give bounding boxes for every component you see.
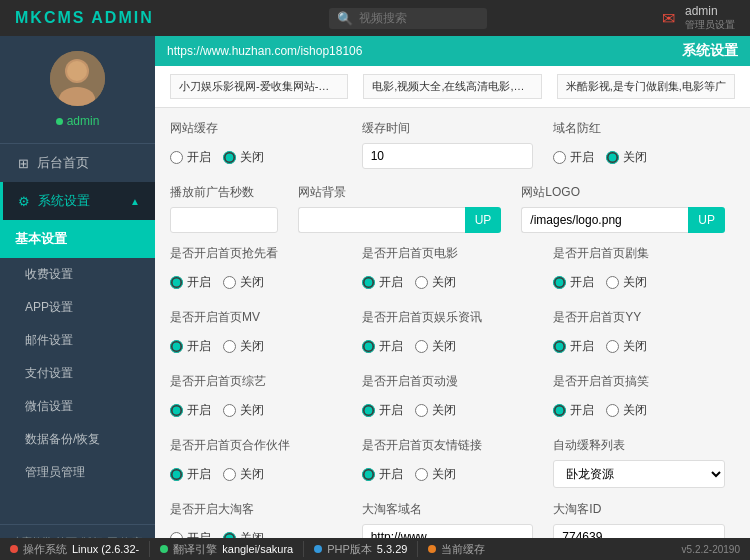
logo-input[interactable]: [521, 207, 688, 233]
anime-close[interactable]: 关闭: [415, 402, 456, 419]
sidebar-item-label: 系统设置: [38, 192, 90, 210]
sidebar-item-settings[interactable]: ⚙ 系统设置 ▲: [0, 182, 155, 220]
movie-close[interactable]: 关闭: [415, 274, 456, 291]
bg-input[interactable]: [298, 207, 465, 233]
domain-guard-label: 域名防红: [553, 120, 725, 137]
form-group-funny: 是否开启首页搞笑 开启 关闭: [543, 373, 735, 425]
homepage-anime-label: 是否开启首页动漫: [362, 373, 534, 390]
sidebar-sub-app[interactable]: APP设置: [0, 291, 155, 324]
variety-open[interactable]: 开启: [170, 402, 211, 419]
homepage-partner-label: 是否开启首页合作伙伴: [170, 437, 342, 454]
auto-refresh-select[interactable]: 卧龙资源: [553, 460, 725, 488]
album-close[interactable]: 关闭: [606, 274, 647, 291]
logo-up-button[interactable]: UP: [688, 207, 725, 233]
main-content: 小刀娱乐影视网-爱收集网站-最新 电影,视频大全,在线高清电影,付费 米酷影视,…: [155, 36, 750, 560]
homepage-news-label: 是否开启首页抢先看: [170, 245, 342, 262]
form-group-album: 是否开启首页剧集 开启 关闭: [543, 245, 735, 297]
search-input[interactable]: [359, 11, 479, 25]
site-header-bar: 小刀娱乐影视网-爱收集网站-最新 电影,视频大全,在线高清电影,付费 米酷影视,…: [155, 66, 750, 108]
sidebar-item-dashboard[interactable]: ⊞ 后台首页: [0, 144, 155, 182]
form-group-anime: 是否开启首页动漫 开启 关闭: [352, 373, 544, 425]
form-row-4: 是否开启首页MV 开启 关闭 是否开启首页娱乐资讯 开启 关闭 是否开启首页YY…: [170, 309, 735, 361]
cache-close-radio[interactable]: [223, 151, 236, 164]
friend-open[interactable]: 开启: [362, 466, 403, 483]
banner-title: 系统设置: [682, 42, 738, 60]
form-group-friend: 是否开启首页友情链接 开启 关闭: [352, 437, 544, 489]
domain-close-option[interactable]: 关闭: [606, 149, 647, 166]
status-php: PHP版本 5.3.29: [304, 538, 417, 560]
sidebar-sub-payment2[interactable]: 支付设置: [0, 357, 155, 390]
domain-open-option[interactable]: 开启: [553, 149, 594, 166]
form-area: 网站缓存 开启 关闭 缓存时间 域名防红: [155, 108, 750, 560]
homepage-album-label: 是否开启首页剧集: [553, 245, 725, 262]
logo: MKCMS ADMIN: [15, 9, 154, 27]
homepage-mv-label: 是否开启首页MV: [170, 309, 342, 326]
form-row-5: 是否开启首页综艺 开启 关闭 是否开启首页动漫 开启 关闭 是否开启首页搞笑 开…: [170, 373, 735, 425]
sidebar-admin-name: admin: [56, 114, 100, 128]
form-group-ads: 播放前广告秒数: [170, 184, 288, 233]
yy-close[interactable]: 关闭: [606, 338, 647, 355]
cache-open-radio[interactable]: [170, 151, 183, 164]
sidebar-sub-backup[interactable]: 数据备份/恢复: [0, 423, 155, 456]
cache-open-option[interactable]: 开启: [170, 149, 211, 166]
homepage-movie-label: 是否开启首页电影: [362, 245, 534, 262]
form-row-2: 播放前广告秒数 网站背景 UP 网站LOGO UP: [170, 184, 735, 233]
mv-open[interactable]: 开启: [170, 338, 211, 355]
yy-open[interactable]: 开启: [553, 338, 594, 355]
funny-open[interactable]: 开启: [553, 402, 594, 419]
admin-info: admin 管理员设置: [685, 4, 735, 32]
ads-input[interactable]: [170, 207, 278, 233]
cache-time-input[interactable]: [362, 143, 534, 169]
bg-input-group: UP: [298, 207, 502, 233]
form-group-yy: 是否开启首页YY 开启 关闭: [543, 309, 735, 361]
sidebar-nav: ⊞ 后台首页 ⚙ 系统设置 ▲ 基本设置 收费设置 APP设置 邮件设置 支付设…: [0, 144, 155, 524]
friend-close[interactable]: 关闭: [415, 466, 456, 483]
variety-close[interactable]: 关闭: [223, 402, 264, 419]
domain-open-radio[interactable]: [553, 151, 566, 164]
news-open[interactable]: 开启: [170, 274, 211, 291]
domain-close-radio[interactable]: [606, 151, 619, 164]
form-group-domain-guard: 域名防红 开启 关闭: [543, 120, 735, 172]
taobao-label: 是否开启大淘客: [170, 501, 342, 518]
cache-label: 网站缓存: [170, 120, 342, 137]
entertainment-close[interactable]: 关闭: [415, 338, 456, 355]
form-group-cache-time: 缓存时间: [352, 120, 544, 172]
sidebar-sub-payment[interactable]: 收费设置: [0, 258, 155, 291]
dashboard-icon: ⊞: [18, 156, 29, 171]
bg-up-button[interactable]: UP: [465, 207, 502, 233]
sidebar-section-label: 基本设置: [15, 230, 67, 248]
sidebar-profile: admin: [0, 36, 155, 144]
anime-open[interactable]: 开启: [362, 402, 403, 419]
partner-open[interactable]: 开启: [170, 466, 211, 483]
form-group-auto-refresh: 自动缓释列表 卧龙资源: [543, 437, 735, 489]
form-row-3: 是否开启首页抢先看 开启 关闭 是否开启首页电影 开启 关闭 是否开启首页剧集 …: [170, 245, 735, 297]
partner-close[interactable]: 关闭: [223, 466, 264, 483]
funny-close[interactable]: 关闭: [606, 402, 647, 419]
sidebar-sub-admin[interactable]: 管理员管理: [0, 456, 155, 489]
sidebar-sub-wechat[interactable]: 微信设置: [0, 390, 155, 423]
homepage-variety-label: 是否开启首页综艺: [170, 373, 342, 390]
news-close[interactable]: 关闭: [223, 274, 264, 291]
auto-refresh-label: 自动缓释列表: [553, 437, 725, 454]
banner-overlay: https://www.huzhan.com/ishop18106 系统设置: [155, 36, 750, 66]
cache-time-label: 缓存时间: [362, 120, 534, 137]
site-name-2: 电影,视频大全,在线高清电影,付费: [363, 74, 541, 99]
album-open[interactable]: 开启: [553, 274, 594, 291]
site-name-1: 小刀娱乐影视网-爱收集网站-最新: [170, 74, 348, 99]
sidebar-item-label: 后台首页: [37, 154, 89, 172]
header-right: ✉ admin 管理员设置: [662, 4, 735, 32]
ads-label: 播放前广告秒数: [170, 184, 278, 201]
site-name-3: 米酷影视,是专门做剧集,电影等广: [557, 74, 735, 99]
online-indicator: [56, 118, 63, 125]
taobao-id-label: 大淘客ID: [553, 501, 725, 518]
entertainment-open[interactable]: 开启: [362, 338, 403, 355]
mv-close[interactable]: 关闭: [223, 338, 264, 355]
status-cache: 当前缓存: [418, 538, 495, 560]
sidebar-sub-mail[interactable]: 邮件设置: [0, 324, 155, 357]
cache-close-option[interactable]: 关闭: [223, 149, 264, 166]
admin-name: admin: [685, 4, 735, 18]
movie-open[interactable]: 开启: [362, 274, 403, 291]
form-group-news: 是否开启首页抢先看 开启 关闭: [170, 245, 352, 297]
mail-icon[interactable]: ✉: [662, 9, 675, 28]
svg-point-3: [67, 61, 87, 81]
